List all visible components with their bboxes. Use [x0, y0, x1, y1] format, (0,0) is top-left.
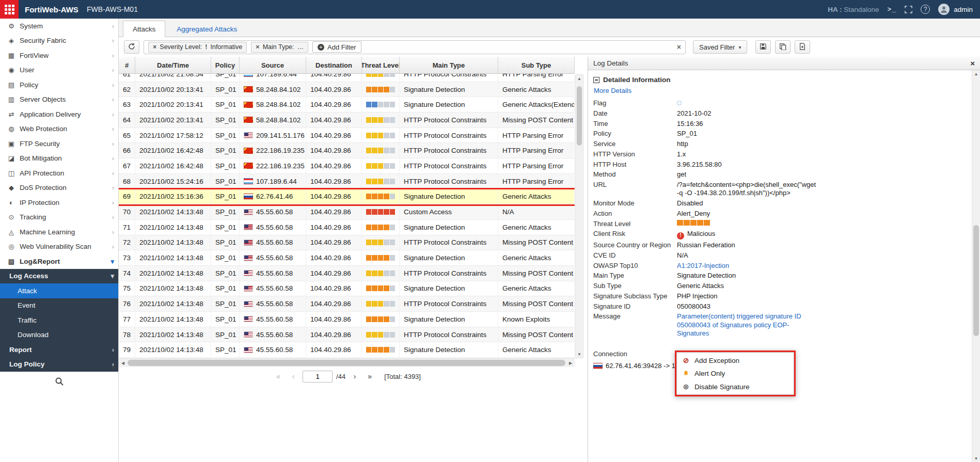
sidebar-item-log-access[interactable]: Log Access▾: [0, 269, 118, 284]
sidebar-item-api-protection[interactable]: ◫API Protection›: [0, 166, 118, 181]
sidebar-item-bot-mitigation[interactable]: ◪Bot Mitigation›: [0, 151, 118, 166]
sidebar-item-download[interactable]: Download: [0, 328, 118, 343]
saved-filter-dropdown[interactable]: Saved Filter ▾: [693, 40, 747, 54]
table-row[interactable]: 782021/10/02 14:13:48SP_0145.55.60.58104…: [119, 327, 575, 343]
column-header-sub-type[interactable]: Sub Type: [498, 57, 575, 73]
collapse-icon[interactable]: [593, 77, 599, 83]
scrollbar-thumb[interactable]: [973, 225, 979, 336]
scroll-up-icon[interactable]: ▲: [972, 70, 980, 77]
remove-filter-icon[interactable]: ×: [256, 43, 259, 51]
scroll-down-icon[interactable]: ▼: [972, 455, 980, 462]
sidebar-item-traffic[interactable]: Traffic: [0, 313, 118, 328]
sidebar-item-fortiview[interactable]: ▦FortiView›: [0, 48, 118, 63]
table-row[interactable]: 682021/10/02 15:24:16SP_01107.189.6.4410…: [119, 174, 575, 189]
table-row[interactable]: 612021/10/02 21:08:54SP_01107.189.6.4410…: [119, 74, 575, 82]
table-row[interactable]: 622021/10/02 20:13:41SP_0158.248.84.1021…: [119, 82, 575, 98]
column-header-source[interactable]: Source: [240, 57, 306, 73]
sidebar-item-ip-protection[interactable]: ◐IP Protection›: [0, 195, 118, 210]
help-icon[interactable]: ?: [921, 5, 930, 14]
next-page-button[interactable]: ›: [349, 370, 360, 383]
sidebar-item-policy[interactable]: ▤Policy›: [0, 77, 118, 92]
sidebar-item-event[interactable]: Event: [0, 298, 118, 313]
filter-box[interactable]: × Severity Level: ! Informative × Main T…: [144, 40, 686, 54]
tab-aggregated-attacks[interactable]: Aggregated Attacks: [167, 21, 246, 37]
table-row[interactable]: 662021/10/02 16:42:48SP_01222.186.19.235…: [119, 143, 575, 158]
table-row[interactable]: 752021/10/02 14:13:48SP_0145.55.60.58104…: [119, 281, 575, 297]
menu-item-disable-signature[interactable]: ⊗Disable Signature: [677, 380, 794, 393]
table-row[interactable]: 702021/10/02 14:13:48SP_0145.55.60.58104…: [119, 204, 575, 220]
sidebar-item-dos-protection[interactable]: ◆DoS Protection›: [0, 181, 118, 196]
sidebar-item-security-fabric[interactable]: ◈Security Fabric›: [0, 34, 118, 49]
sidebar-item-label: Attack: [18, 287, 114, 295]
scrollbar-thumb[interactable]: [128, 360, 565, 366]
column-header-main-type[interactable]: Main Type: [400, 57, 498, 73]
flag-toggle-icon[interactable]: [677, 101, 682, 105]
sidebar-item-report[interactable]: Report›: [0, 342, 118, 357]
filter-chip-severity-level[interactable]: × Severity Level: ! Informative: [148, 42, 247, 53]
sidebar-item-server-objects[interactable]: ▥Server Objects›: [0, 92, 118, 107]
table-row[interactable]: 742021/10/02 14:13:48SP_0145.55.60.58104…: [119, 266, 575, 281]
page-input[interactable]: [303, 371, 333, 383]
refresh-button[interactable]: [124, 40, 139, 54]
first-page-button[interactable]: «: [273, 370, 284, 383]
sidebar-scroll-down-icon[interactable]: ▼: [111, 365, 116, 371]
table-row[interactable]: 732021/10/02 14:13:48SP_0145.55.60.58104…: [119, 250, 575, 266]
chevron-right-icon: ›: [112, 154, 114, 162]
table-row[interactable]: 632021/10/02 20:13:41SP_0158.248.84.1021…: [119, 97, 575, 113]
column-header-destination[interactable]: Destination: [306, 57, 362, 73]
sidebar-item-tracking[interactable]: ⊙Tracking›: [0, 210, 118, 225]
add-filter-button[interactable]: + Add Filter: [312, 41, 361, 53]
table-row[interactable]: 642021/10/02 20:13:41SP_0158.248.84.1021…: [119, 113, 575, 128]
sidebar-item-web-protection[interactable]: ◍Web Protection›: [0, 122, 118, 137]
fullscreen-icon[interactable]: [905, 6, 912, 13]
table-horizontal-scrollbar[interactable]: ◀ ▶: [119, 358, 575, 367]
column-header-item[interactable]: #: [119, 57, 135, 73]
remove-filter-icon[interactable]: ×: [153, 43, 156, 51]
avatar[interactable]: [938, 4, 950, 15]
table-row[interactable]: 772021/10/02 14:13:48SP_0145.55.60.58104…: [119, 312, 575, 327]
scroll-up-icon[interactable]: ▲: [576, 75, 583, 82]
scrollbar-thumb[interactable]: [577, 86, 582, 146]
scroll-down-icon[interactable]: ▼: [576, 351, 583, 358]
save-filter-button[interactable]: [755, 40, 771, 54]
chip-value: …: [297, 43, 304, 51]
tab-attacks[interactable]: Attacks: [123, 21, 165, 37]
close-icon[interactable]: ×: [970, 59, 975, 68]
table-row[interactable]: 722021/10/02 14:13:48SP_0145.55.60.58104…: [119, 235, 575, 251]
cli-console-icon[interactable]: >_: [888, 6, 897, 13]
scroll-right-icon[interactable]: ▶: [566, 359, 575, 367]
sidebar-item-user[interactable]: ◉User›: [0, 63, 118, 78]
table-row[interactable]: 792021/10/02 14:13:48SP_0145.55.60.58104…: [119, 342, 575, 358]
sidebar-item-machine-learning[interactable]: ◬Machine Learning›: [0, 225, 118, 240]
sidebar-item-attack[interactable]: Attack: [0, 283, 118, 298]
more-details-link[interactable]: More Details: [594, 87, 965, 94]
scroll-left-icon[interactable]: ◀: [119, 359, 127, 367]
sidebar-item-log-report[interactable]: ▧Log&Report▾: [0, 254, 118, 269]
table-row[interactable]: 652021/10/02 17:58:12SP_01209.141.51.176…: [119, 128, 575, 144]
export-report-button[interactable]: [795, 40, 810, 54]
menu-item-add-exception[interactable]: ⊘Add Exception: [677, 354, 794, 367]
sidebar-item-system[interactable]: ⚙System›: [0, 19, 118, 34]
sidebar-item-application-delivery[interactable]: ⇄Application Delivery›: [0, 107, 118, 122]
column-header-policy[interactable]: Policy: [211, 57, 240, 73]
sidebar-search-button[interactable]: [0, 377, 118, 388]
sidebar-item-log-policy[interactable]: Log Policy›: [0, 357, 118, 372]
table-row[interactable]: 692021/10/02 15:16:36SP_0162.76.41.46104…: [119, 189, 575, 205]
prev-page-button[interactable]: ‹: [288, 370, 299, 383]
last-page-button[interactable]: »: [364, 370, 375, 383]
menu-item-alert-only[interactable]: Alert Only: [677, 367, 794, 380]
clear-filters-icon[interactable]: ×: [677, 43, 681, 51]
table-row[interactable]: 712021/10/02 14:13:48SP_0145.55.60.58104…: [119, 220, 575, 235]
table-vertical-scrollbar[interactable]: ▲ ▼: [575, 74, 583, 358]
filter-chip-main-type[interactable]: × Main Type: …: [251, 42, 308, 53]
sidebar-item-web-vulnerability-scan[interactable]: ◎Web Vulnerability Scan›: [0, 240, 118, 254]
sidebar-item-ftp-security[interactable]: ▣FTP Security›: [0, 136, 118, 151]
copy-button[interactable]: [775, 40, 791, 54]
table-row[interactable]: 672021/10/02 16:42:48SP_01222.186.19.235…: [119, 158, 575, 174]
search-icon: [55, 377, 64, 388]
column-header-date-time[interactable]: Date/Time: [135, 57, 211, 73]
table-row[interactable]: 762021/10/02 14:13:48SP_0145.55.60.58104…: [119, 296, 575, 312]
details-scrollbar[interactable]: ▲ ▼: [972, 70, 980, 462]
detailed-information-section[interactable]: Detailed Information: [593, 76, 965, 84]
column-header-threat-level[interactable]: Threat Level: [362, 57, 400, 73]
